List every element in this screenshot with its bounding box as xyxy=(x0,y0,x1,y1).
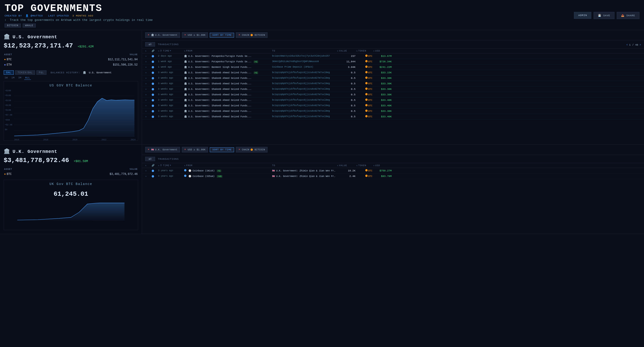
chain-name-uk: BITCOIN xyxy=(255,149,265,151)
x-label-2016: 2016 xyxy=(14,139,19,141)
time-icon: ⏱ xyxy=(160,50,162,52)
gov-header-uk: 🏛️ U.K. Government xyxy=(4,148,138,154)
tag-bitcoin[interactable]: BITCOIN xyxy=(4,24,21,28)
page-current: 1 xyxy=(629,44,631,46)
save-button[interactable]: 💾 SAVE xyxy=(594,12,614,19)
filter-chip-chain-us[interactable]: × CHAIN BITCOIN xyxy=(236,32,268,38)
x-label-2018: 2018 xyxy=(43,139,48,141)
table-row[interactable]: ★ ⬤ 2 days ago 🏛️ U.S. Government: Potap… xyxy=(142,53,644,59)
table-row[interactable]: ★ ⬤ 3 weeks ago 🏛️ U.S. Government: Shak… xyxy=(142,103,644,108)
table-row[interactable]: ★ ⬤ 3 weeks ago 🏛️ U.S. Government: Shak… xyxy=(142,81,644,86)
admin-button[interactable]: ADMIN xyxy=(574,12,591,19)
share-button[interactable]: 📤 SHARE xyxy=(617,12,640,19)
table-row[interactable]: ★ ⬤ 3 weeks ago 🏛️ U.S. Government: Shak… xyxy=(142,114,644,119)
all-tab-us[interactable]: all xyxy=(145,42,155,47)
y-label-20b: +$20B xyxy=(5,90,12,92)
sort-chip-us[interactable]: SORT BY TIME xyxy=(210,33,234,38)
table-row[interactable]: ★ ⬤ 3 weeks ago 🏛️ U.S. Government: Shak… xyxy=(142,97,644,103)
table-row[interactable]: ★ ⬤ 3 years ago ⚪ Coinbase (335um) +45 🇬… xyxy=(142,174,644,179)
filter-chip-value-us[interactable]: × USD ≥ $1.00K xyxy=(182,32,208,38)
asset-btc-value-uk: $3,481,778,972.46 xyxy=(34,172,138,176)
tx-uk-token-1: BTC xyxy=(356,175,372,178)
col-huk-value[interactable]: ⇅ VALUE xyxy=(337,164,356,167)
time-tabs-us: 1W 1M 3M ALL xyxy=(4,76,138,80)
tx-uk-from-1: ⚪ Coinbase (335um) +45 xyxy=(184,175,271,178)
col-huk-from[interactable]: ⇅ FROM xyxy=(184,164,271,167)
tx-to-5: bc1qzzq6p97njzkf6sfuqzc0jjzzu6x827m7xxl8… xyxy=(272,82,336,85)
col-huk-token[interactable]: ⇅ TOKEN xyxy=(356,164,372,167)
tx-from-2: 🏛️ U.S. Government: Banmeet Singh Seized… xyxy=(184,66,271,69)
main-layout: 🏛️ U.S. Government $12,523,273,171.47 +$… xyxy=(0,30,644,234)
gov-name-us: U.S. Government xyxy=(12,34,57,40)
table-row[interactable]: ★ ⬤ 3 weeks ago 🏛️ U.S. Government: Shak… xyxy=(142,75,644,81)
table-row[interactable]: ★ ⬤ 3 weeks ago 🏛️ U.S. Government: Shak… xyxy=(142,86,644,92)
save-icon: 💾 xyxy=(598,14,602,17)
star-icon-uk1: ★ xyxy=(145,175,147,178)
filter-chip-entity-us[interactable]: × 🏛️ U.S. Government xyxy=(145,32,180,38)
time-tab-all[interactable]: ALL xyxy=(24,76,31,80)
uk-chart-value: 61,245.01 xyxy=(54,190,88,198)
tab-bal[interactable]: BAL xyxy=(4,70,14,75)
sort-label-uk: SORT BY TIME xyxy=(212,149,232,151)
table-row[interactable]: ★ ⬤ 1 week ago 🏛️ U.S. Government: Potap… xyxy=(142,59,644,64)
prev-page-btn[interactable]: ‹ xyxy=(626,43,628,46)
chart-svg-uk xyxy=(6,200,136,220)
last-updated-label: LAST UPDATED xyxy=(48,15,69,17)
col-h-to[interactable]: TO xyxy=(272,50,336,52)
tx-token-11: BTC xyxy=(356,115,372,118)
tx-to-8: bc1qzzq6p97njzkf6sfuqzc0jjzzu6x827m7xxl8… xyxy=(272,99,336,101)
tx-uk-time-1: 3 years ago xyxy=(158,175,183,177)
tx-usd-4: $33.38K xyxy=(373,77,392,80)
y-label-75: +$7.5B xyxy=(5,114,12,116)
table-row[interactable]: ★ ⬤ 3 weeks ago 🏛️ U.S. Government: Shak… xyxy=(142,92,644,97)
col-huk-to[interactable]: TO xyxy=(272,164,336,167)
link-icon-uk: 🔗 xyxy=(152,164,154,167)
remove-chain-btn-uk[interactable]: × xyxy=(238,148,240,151)
chain-label-text: CHAIN xyxy=(242,34,250,37)
tx-to-3: bc1qzzq6p97njzkf6sfuqzc0jjzzu6x827m7xxl8… xyxy=(272,71,336,74)
remove-value-btn-uk[interactable]: × xyxy=(184,148,186,151)
col-h-usd[interactable]: ⇅ USD xyxy=(373,50,392,52)
tab-token-bal[interactable]: TOKEN BAL xyxy=(15,70,35,75)
col-huk-usd[interactable]: ⇅ USD xyxy=(373,164,392,167)
gov-entity-name: U.S. Government xyxy=(89,71,112,74)
remove-value-btn[interactable]: × xyxy=(184,34,186,37)
tx-to-6: bc1qzzq6p97njzkf6sfuqzc0jjzzu6x827m7xxl8… xyxy=(272,88,336,90)
remove-entity-btn[interactable]: × xyxy=(148,34,150,37)
tx-time-0: 2 days ago xyxy=(158,55,183,57)
filter-chip-value-uk[interactable]: × USD ≥ $1.00K xyxy=(182,147,208,152)
gov-name-uk: U.K. Government xyxy=(12,149,57,154)
tx-link: ⬤ xyxy=(152,60,157,63)
col-huk-time[interactable]: ⇅ ⏱ TIME ▼ xyxy=(158,164,183,167)
sort-chip-uk[interactable]: SORT BY TIME xyxy=(210,147,234,152)
filter-chip-entity-uk[interactable]: × 🇬🇧 U.K. Government xyxy=(145,147,180,152)
table-row[interactable]: ★ ⬤ 1 week ago 🏛️ U.S. Government: Banme… xyxy=(142,64,644,70)
time-tab-1m[interactable]: 1M xyxy=(10,76,16,80)
tx-usd-0: $13.67M xyxy=(373,55,392,58)
col-h-value[interactable]: ⇅ VALUE xyxy=(337,50,356,52)
up-icon: ↕ xyxy=(4,19,6,22)
col-h-token[interactable]: ⇅ TOKEN xyxy=(356,50,372,52)
sort-icon-1: ⇅ xyxy=(145,50,146,52)
table-row[interactable]: ★ ⬤ 3 weeks ago 🏛️ U.S. Government: Shak… xyxy=(142,70,644,75)
tx-sub-header-uk: all TRANSACTIONS xyxy=(142,155,644,163)
share-icon: 📤 xyxy=(621,14,624,17)
next-page-btn[interactable]: › xyxy=(640,43,641,46)
remove-entity-btn-uk[interactable]: × xyxy=(148,148,150,151)
btc-dot-1 xyxy=(365,60,368,62)
sort-icon-uk: ⇅ xyxy=(145,164,146,167)
gov-change-uk: +$81.58M xyxy=(74,160,88,163)
remove-chain-btn[interactable]: × xyxy=(238,34,240,37)
table-row[interactable]: ★ ⬤ 3 years ago ⚪ Coinbase (1N1sk) +1 🇬🇧… xyxy=(142,168,644,174)
tag-whale[interactable]: WHALE xyxy=(23,24,36,28)
time-tab-1w[interactable]: 1W xyxy=(4,76,9,80)
filter-chip-chain-uk[interactable]: × CHAIN BITCOIN xyxy=(236,147,268,152)
tab-pnl[interactable]: P&L xyxy=(36,70,46,75)
all-tab-uk[interactable]: all xyxy=(145,157,155,161)
tx-token-4: BTC xyxy=(356,77,372,80)
table-row[interactable]: ★ ⬤ 3 weeks ago 🏛️ U.S. Government: Shak… xyxy=(142,108,644,114)
col-h-time[interactable]: ⇅ ⏱ TIME ▼ xyxy=(158,50,183,52)
asset-table-us: ASSET VALUE ●BTC $12,112,711,541.94 ◆ETH… xyxy=(4,52,138,68)
col-h-from[interactable]: ⇅ FROM xyxy=(184,50,271,52)
time-tab-3m[interactable]: 3M xyxy=(18,76,22,80)
